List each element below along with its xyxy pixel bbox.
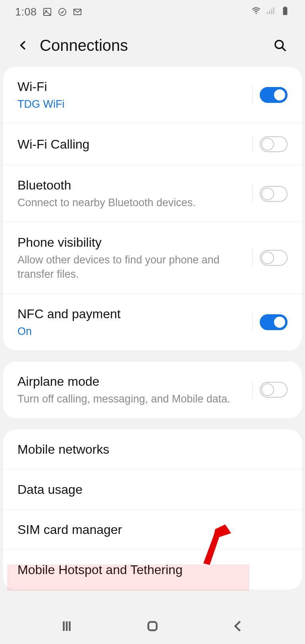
- row-phone-visibility[interactable]: Phone visibility Allow other devices to …: [3, 222, 302, 294]
- svg-rect-17: [149, 622, 157, 630]
- row-title: Wi-Fi: [17, 79, 244, 95]
- svg-rect-7: [271, 9, 272, 14]
- divider: [252, 381, 253, 398]
- row-title: Bluetooth: [17, 177, 244, 193]
- row-subtitle: Turn off calling, messaging, and Mobile …: [17, 392, 244, 406]
- row-title: SIM card manager: [17, 522, 280, 538]
- android-nav-bar: [0, 608, 305, 644]
- wifi-toggle[interactable]: [260, 87, 288, 103]
- page-title: Connections: [40, 37, 128, 54]
- row-title: Airplane mode: [17, 373, 244, 389]
- row-title: Data usage: [17, 482, 280, 497]
- row-wifi[interactable]: Wi-Fi TDG WiFi: [3, 67, 302, 123]
- airplane-toggle[interactable]: [260, 382, 288, 398]
- row-title: NFC and payment: [17, 306, 244, 322]
- page-header: Connections: [0, 24, 305, 67]
- svg-point-4: [255, 12, 257, 14]
- divider: [252, 249, 253, 267]
- mail-icon: [73, 7, 82, 17]
- phone-visibility-toggle[interactable]: [260, 250, 288, 266]
- svg-point-2: [59, 8, 66, 15]
- divider: [252, 135, 253, 153]
- divider: [252, 86, 253, 104]
- row-wifi-calling[interactable]: Wi-Fi Calling: [3, 123, 302, 165]
- svg-rect-9: [283, 7, 288, 15]
- image-icon: [42, 7, 52, 17]
- row-bluetooth[interactable]: Bluetooth Connect to nearby Bluetooth de…: [3, 165, 302, 222]
- settings-group-2: Airplane mode Turn off calling, messagin…: [3, 362, 302, 418]
- battery-icon: [280, 6, 290, 19]
- search-button[interactable]: [270, 35, 290, 55]
- row-nfc[interactable]: NFC and payment On: [3, 294, 302, 350]
- svg-rect-6: [269, 11, 270, 14]
- row-subtitle: Allow other devices to find your phone a…: [17, 253, 244, 282]
- wifi-calling-toggle[interactable]: [260, 136, 288, 152]
- row-title: Phone visibility: [17, 234, 244, 250]
- svg-line-12: [282, 48, 286, 51]
- nfc-toggle[interactable]: [260, 314, 288, 330]
- bluetooth-toggle[interactable]: [260, 186, 288, 202]
- settings-group-1: Wi-Fi TDG WiFi Wi-Fi Calling Bluetooth C…: [3, 67, 302, 350]
- divider: [252, 185, 253, 203]
- row-title: Wi-Fi Calling: [17, 136, 244, 152]
- row-title: Mobile Hotspot and Tethering: [17, 562, 280, 578]
- row-subtitle: On: [17, 324, 244, 338]
- svg-point-11: [275, 41, 283, 48]
- status-time: 1:08: [15, 6, 37, 18]
- nav-home-button[interactable]: [141, 614, 164, 638]
- status-bar: 1:08: [0, 0, 305, 24]
- row-title: Mobile networks: [17, 441, 280, 457]
- row-hotspot-tethering[interactable]: Mobile Hotspot and Tethering: [3, 549, 302, 590]
- nav-recents-button[interactable]: [55, 614, 79, 638]
- signal-icon: [265, 6, 276, 19]
- divider: [252, 313, 253, 331]
- row-sim-card-manager[interactable]: SIM card manager: [3, 509, 302, 549]
- back-button[interactable]: [14, 35, 33, 55]
- row-airplane[interactable]: Airplane mode Turn off calling, messagin…: [3, 362, 302, 418]
- settings-group-3: Mobile networks Data usage SIM card mana…: [3, 429, 302, 590]
- wifi-icon: [251, 6, 261, 19]
- row-mobile-networks[interactable]: Mobile networks: [3, 429, 302, 469]
- check-circle-icon: [58, 7, 67, 17]
- nav-back-button[interactable]: [226, 614, 250, 638]
- svg-rect-5: [266, 12, 268, 14]
- row-subtitle: TDG WiFi: [17, 97, 244, 111]
- svg-rect-8: [273, 7, 274, 14]
- row-subtitle: Connect to nearby Bluetooth devices.: [17, 195, 244, 210]
- row-data-usage[interactable]: Data usage: [3, 469, 302, 509]
- svg-rect-10: [284, 6, 286, 8]
